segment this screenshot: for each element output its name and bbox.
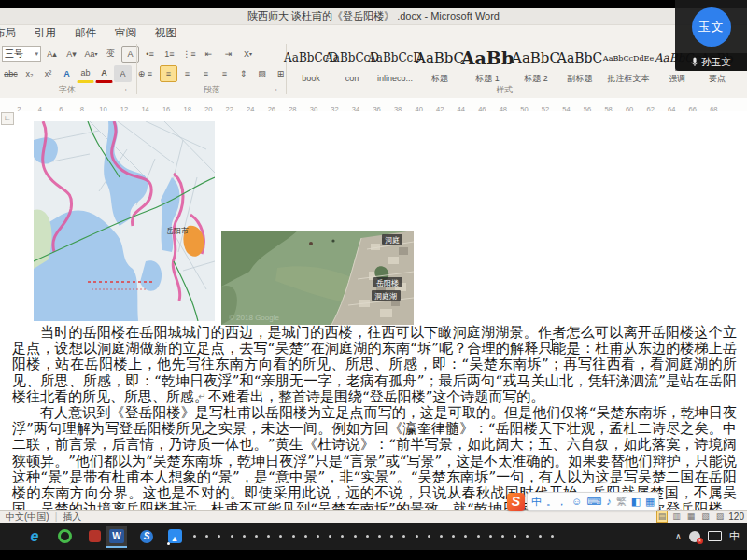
satellite-label-dongting-lake: 洞庭湖 (372, 290, 401, 301)
multilevel-list-button[interactable]: ⋮≡ (180, 46, 198, 63)
taskbar-dot (452, 535, 455, 538)
align-center-button[interactable]: ≡ (160, 65, 177, 82)
font-size-combo[interactable]: 三号▾ (2, 46, 41, 62)
sogou-logo-icon[interactable]: S (507, 493, 525, 511)
change-case-button[interactable]: Aa▾ (82, 46, 100, 63)
ime-keyboard-icon[interactable]: ⌨ (586, 493, 601, 510)
shading-button[interactable]: ▨ (253, 65, 271, 82)
strikethrough-button[interactable]: abc (2, 65, 20, 82)
ime-emoji-icon[interactable]: ☺ (571, 493, 582, 510)
draft-view-button[interactable]: ▨ (714, 511, 726, 523)
ime-skin-icon[interactable]: ◧ (631, 493, 641, 510)
taskbar-dot (440, 535, 443, 538)
style-item[interactable]: AaBb标题 1 (461, 43, 514, 84)
tray-expand-icon[interactable]: ∧ (675, 531, 682, 541)
increase-indent-button[interactable]: ⇥ (219, 46, 237, 63)
style-item[interactable]: AaBbCcDdEe批注框文本 (601, 43, 655, 84)
style-item[interactable]: AaBbC标题 (418, 43, 461, 84)
tab-stop-selector[interactable]: ∟ (1, 112, 14, 125)
print-layout-view-button[interactable]: ▤ (656, 511, 669, 523)
document-page[interactable]: 岳阳市 洞庭 岳阳楼 洞庭湖 © 2018 Google 当时的岳阳 (0, 111, 747, 510)
taskbar-dot (366, 535, 369, 538)
ime-punctuation-toggle[interactable]: 。， (546, 493, 567, 510)
bullets-button[interactable]: •≡ (141, 46, 159, 63)
justify-button[interactable]: ≡ (197, 65, 215, 82)
tab-references[interactable]: 引用 (25, 25, 65, 41)
shrink-font-button[interactable]: A▾ (63, 46, 80, 63)
svg-text:洞庭: 洞庭 (385, 236, 400, 245)
web-layout-view-button[interactable]: ▦ (685, 511, 698, 523)
outline-view-button[interactable]: ▧ (699, 511, 712, 523)
meeting-taskbar-icon[interactable]: ▲ (164, 526, 185, 546)
ime-toolbox-icon[interactable]: ▦ (645, 493, 655, 510)
red-app-taskbar-icon[interactable] (84, 526, 105, 546)
zoom-level[interactable]: 120 (728, 511, 744, 523)
ribbon-tab-row: 布局 引用 邮件 审阅 视图 (0, 25, 747, 41)
sogou-taskbar-icon[interactable]: S (136, 526, 157, 546)
paragraph-1[interactable]: 当时的岳阳楼在岳阳城城门的西边，是城门的西楼，往西可以下瞰洞庭湖湖景。作者怎么可… (12, 325, 737, 405)
ime-voice-icon[interactable]: ♪ (606, 493, 612, 510)
text-effects-button[interactable]: A (58, 65, 76, 82)
grow-font-button[interactable]: A▴ (43, 46, 61, 63)
style-item[interactable]: AaBbC副标题 (558, 43, 601, 84)
font-color-button[interactable]: A (95, 64, 113, 83)
edge-taskbar-icon[interactable]: e (24, 526, 45, 546)
satellite-image[interactable]: 洞庭 岳阳楼 洞庭湖 © 2018 Google (221, 231, 414, 325)
paragraph-dialog-launcher-icon[interactable]: ⌟ (274, 84, 277, 92)
character-shading-button[interactable]: A (114, 65, 132, 82)
subscript-button[interactable]: x₂ (21, 65, 38, 82)
style-item[interactable]: AaBbCcDcon (332, 43, 372, 84)
align-left-button[interactable]: ≡ (141, 65, 159, 82)
distribute-button[interactable]: ≡ (216, 65, 233, 82)
asian-layout-button[interactable]: X▾ (239, 46, 257, 63)
insert-mode-status[interactable]: 插入 (63, 511, 81, 523)
numbering-button[interactable]: 1≡ (161, 46, 178, 63)
taskbar-dot (402, 535, 405, 538)
satellite-label-dongting: 洞庭 (382, 234, 402, 245)
google-watermark: © 2018 Google (229, 314, 279, 322)
tab-view[interactable]: 视图 (146, 25, 186, 41)
taskbar-dot (428, 535, 430, 538)
map-image[interactable]: 岳阳市 (34, 121, 215, 321)
phonetic-guide-icon[interactable]: 变 (102, 46, 120, 63)
tab-layout[interactable]: 布局 (0, 25, 25, 41)
svg-text:岳阳楼: 岳阳楼 (376, 279, 399, 287)
superscript-button[interactable]: x² (39, 65, 57, 82)
taskbar-dot (292, 535, 295, 538)
tab-review[interactable]: 审阅 (106, 25, 146, 41)
style-item[interactable]: AaBbC标题 2 (514, 43, 558, 84)
ime-indicator[interactable]: 中 (729, 529, 740, 543)
style-item[interactable]: AaBbCcDinlineco... (372, 43, 418, 84)
styles-group-label: 样式 (289, 84, 719, 96)
decrease-indent-button[interactable]: ⇤ (200, 46, 218, 63)
taskbar-dot (341, 535, 344, 538)
tab-mailings[interactable]: 邮件 (65, 25, 106, 41)
map-city-label: 岳阳市 (166, 227, 189, 235)
fullscreen-view-button[interactable]: ▥ (670, 511, 683, 523)
font-dialog-launcher-icon[interactable]: ⌟ (123, 84, 127, 92)
language-status[interactable]: 中文(中国) (6, 511, 49, 523)
taskbar-dot (329, 535, 331, 538)
taskbar-dot (304, 535, 307, 538)
touch-keyboard-icon[interactable] (708, 531, 722, 541)
taskbar-dot (231, 535, 233, 538)
font-group-label: 字体 (0, 84, 134, 96)
ime-toolbar[interactable]: S 中 。， ☺ ⌨ ♪ 繁 ◧ ▦ (507, 492, 659, 511)
satellite-label-yueyang-tower: 岳阳楼 (374, 277, 402, 287)
meeting-overlay[interactable]: 玉文 孙玉文 (675, 0, 747, 71)
notification-badge-icon[interactable]: × (689, 531, 700, 542)
ribbon: 三号▾ A▴ A▾ Aa▾ 变 A abc x₂ x² A ab A A ⊕ 字… (0, 41, 747, 99)
highlight-color-button[interactable]: ab (77, 64, 94, 83)
taskbar-dot (378, 535, 381, 538)
word-taskbar-icon[interactable]: W (106, 526, 127, 548)
horizontal-ruler[interactable]: 2468101214161820222426283032343638404244… (0, 98, 747, 112)
browser-360-taskbar-icon[interactable] (54, 526, 75, 546)
ime-language-toggle[interactable]: 中 (531, 493, 542, 510)
text-cursor (552, 339, 553, 351)
line-spacing-button[interactable]: ⇕ (234, 65, 252, 82)
align-right-button[interactable]: ≡ (178, 65, 196, 82)
taskbar-dot (255, 535, 258, 538)
ime-traditional-toggle[interactable]: 繁 (616, 493, 627, 510)
taskbar-dot (243, 535, 246, 538)
taskbar-dot (193, 535, 196, 538)
